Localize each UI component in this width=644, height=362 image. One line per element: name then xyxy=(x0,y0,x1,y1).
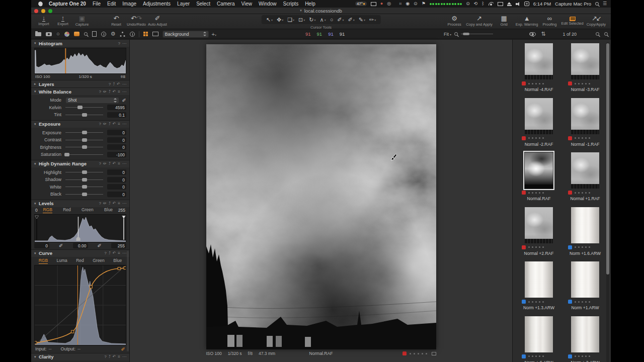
record-icon[interactable]: ◎ xyxy=(387,2,391,6)
capture-tab-icon[interactable] xyxy=(46,32,52,36)
menu-image[interactable]: Image xyxy=(122,1,136,7)
details-tab-icon[interactable] xyxy=(84,32,88,36)
rating-dots[interactable] xyxy=(528,137,545,139)
reset-icon[interactable]: ↶ xyxy=(113,251,116,255)
main-photo[interactable] xyxy=(206,44,436,349)
highlight-value[interactable]: 0 xyxy=(107,169,126,175)
spot-tool[interactable]: ○ xyxy=(329,16,335,24)
color-tag[interactable] xyxy=(522,191,526,195)
rating-dots[interactable] xyxy=(528,246,545,248)
more-icon[interactable]: ⋯ xyxy=(122,251,126,255)
copy-icon[interactable]: ⤴ xyxy=(109,354,111,359)
more-icon[interactable]: ⋯ xyxy=(122,89,126,94)
presets-icon[interactable]: ≡ xyxy=(118,251,120,255)
import-button[interactable]: ↓ Import xyxy=(35,15,52,27)
sync-icon[interactable]: ◉ xyxy=(406,2,410,6)
thumbnail-cell-selected[interactable]: Normal.RAF xyxy=(516,152,562,207)
contrast-value[interactable]: 0 xyxy=(107,137,126,143)
presets-icon[interactable]: ≡ xyxy=(118,354,120,359)
keyboard-icon[interactable]: ⌗ xyxy=(399,2,401,6)
curve-graph[interactable] xyxy=(34,265,126,345)
collapse-icon[interactable]: ▾ xyxy=(34,251,39,255)
slider-thumb[interactable] xyxy=(82,193,87,196)
crop-tool[interactable]: ⊡▾ xyxy=(297,16,306,24)
filter-eye-icon[interactable] xyxy=(530,32,536,36)
close-window-button[interactable] xyxy=(34,9,38,13)
pick-tool[interactable]: ✐▾ xyxy=(336,16,345,24)
filmstrip-scrollbar-thumb[interactable] xyxy=(606,43,609,275)
wb-picker-icon[interactable]: ✐ xyxy=(122,98,126,103)
thumbnail-image[interactable] xyxy=(525,261,553,298)
volume-icon[interactable] xyxy=(516,2,520,6)
collapse-icon[interactable]: ▾ xyxy=(34,202,39,206)
white-balance-header[interactable]: ▾ White Balance ?✏⤴↶≡⋯ xyxy=(31,88,129,95)
rating-dots[interactable] xyxy=(528,355,545,357)
search-icon[interactable] xyxy=(596,32,599,36)
color-tag[interactable] xyxy=(522,81,526,85)
help-icon[interactable]: ? xyxy=(109,82,111,86)
thumbnail-cell[interactable]: Normal -3.RAF xyxy=(562,43,608,98)
straighten-tool[interactable]: ∧▾ xyxy=(318,16,328,24)
histogram-header[interactable]: ▾ Histogram ?⋯ xyxy=(31,40,129,47)
edit-selected-button[interactable]: Edit Selected xyxy=(561,15,583,27)
erase-mask-tool[interactable]: ✏▾ xyxy=(368,16,377,24)
help-icon[interactable]: ? xyxy=(99,89,101,94)
undo-redo-button[interactable]: ↶↷ Undo/Redo xyxy=(127,15,146,27)
draw-mask-tool[interactable]: ✎▾ xyxy=(357,16,367,24)
add-layer-button[interactable]: +▾ xyxy=(212,31,216,37)
menu-select[interactable]: Select xyxy=(196,1,210,7)
reset-button[interactable]: ↶ Reset xyxy=(108,15,125,27)
export-button[interactable]: ↑ Export xyxy=(54,15,71,27)
white-value[interactable]: 0 xyxy=(107,184,126,190)
thumbnail-image[interactable] xyxy=(525,43,553,79)
copy-icon[interactable]: ⤴ xyxy=(113,82,115,86)
adjustments-tab-icon[interactable] xyxy=(101,32,106,37)
menu-scripts[interactable]: Scripts xyxy=(283,1,299,7)
slider-thumb[interactable] xyxy=(82,170,87,174)
highlight-slider[interactable] xyxy=(65,172,103,172)
menu-edit[interactable]: Edit xyxy=(107,1,116,7)
thumbnail-image[interactable] xyxy=(571,261,599,298)
copy-icon[interactable]: ⤴ xyxy=(109,201,111,206)
levels-mid-value[interactable]: 0.00 xyxy=(73,243,88,248)
reset-icon[interactable]: ↶ xyxy=(117,82,120,86)
capture-button[interactable]: ▣ Capture xyxy=(73,15,91,27)
color-tag[interactable] xyxy=(403,351,407,355)
expand-icon[interactable]: ▸ xyxy=(34,82,39,86)
help-icon[interactable]: ? xyxy=(99,161,101,166)
info-tab-icon[interactable] xyxy=(130,32,135,37)
rotate-tool[interactable]: ↻▾ xyxy=(307,16,317,24)
contrast-slider[interactable] xyxy=(65,140,103,140)
thumbnail-cell[interactable]: Normal -4.RAF xyxy=(516,43,562,98)
wb-mode-select[interactable]: Shot xyxy=(65,97,119,104)
wifi-icon[interactable] xyxy=(489,2,494,6)
tint-slider[interactable] xyxy=(65,115,103,115)
brightness-slider[interactable] xyxy=(65,147,103,147)
slider-thumb[interactable] xyxy=(82,138,87,142)
browser-grid-toggle-icon[interactable] xyxy=(143,32,148,36)
grid-button[interactable]: ▦ Grid xyxy=(496,15,513,27)
copy-apply-button[interactable]: ↗↙ Copy/Apply xyxy=(587,15,606,27)
collapse-icon[interactable]: ▾ xyxy=(34,41,39,45)
apple-menu-icon[interactable] xyxy=(38,2,43,7)
exposure-header[interactable]: ▾ Exposure ?✏⤴↶≡⋯ xyxy=(31,121,129,128)
thumbnail-cell[interactable]: Normal +2.RAF xyxy=(516,207,562,262)
edit-icon[interactable]: ✏ xyxy=(103,161,107,166)
thumbnail-image[interactable] xyxy=(571,98,599,134)
flag-icon[interactable]: ⚑ xyxy=(422,2,426,6)
copy-icon[interactable]: ⤴ xyxy=(109,161,111,166)
thumbnail-image[interactable] xyxy=(525,207,553,243)
edit-icon[interactable]: ✏ xyxy=(103,122,107,126)
exposure-warning-button[interactable]: ▲ Exp. Warning xyxy=(516,15,538,27)
spotlight-icon[interactable] xyxy=(595,2,599,6)
tools-scrollbar[interactable] xyxy=(127,251,129,351)
shadow-value[interactable]: 0 xyxy=(107,177,126,183)
more-icon[interactable]: ⋯ xyxy=(122,201,126,206)
reset-icon[interactable]: ↶ xyxy=(113,89,116,94)
reset-icon[interactable]: ↶ xyxy=(113,201,116,206)
rating-dots[interactable] xyxy=(575,355,592,357)
select-tool[interactable]: ↖▾ xyxy=(265,16,274,24)
presets-icon[interactable]: ≡ xyxy=(118,122,120,126)
help-icon[interactable]: ? xyxy=(118,41,120,46)
menu-adjustments[interactable]: Adjustments xyxy=(143,1,171,7)
